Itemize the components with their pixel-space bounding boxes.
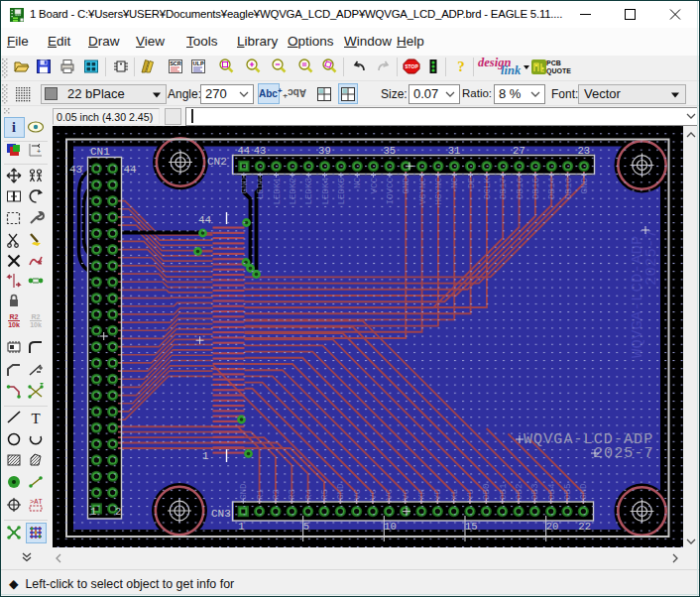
svg-text:10k: 10k [8, 321, 20, 328]
svg-text:i: i [12, 120, 16, 135]
svg-text:+: + [37, 148, 41, 155]
svg-text:T: T [31, 411, 40, 426]
svg-text:R2: R2 [32, 313, 41, 320]
svg-text:R2: R2 [10, 313, 19, 320]
svg-text:?: ? [457, 59, 465, 74]
svg-text:SCR: SCR [170, 60, 181, 66]
svg-text:>AT: >AT [30, 498, 43, 506]
svg-text:ULP: ULP [193, 60, 204, 66]
svg-text:STOP: STOP [405, 63, 418, 69]
svg-text:10k: 10k [30, 321, 42, 328]
